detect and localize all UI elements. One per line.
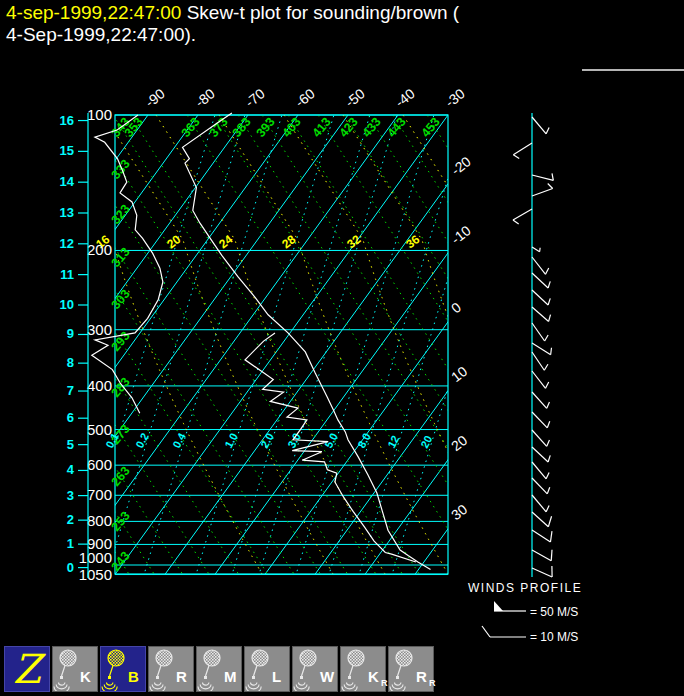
- wind-barb: [532, 447, 550, 462]
- wind-barb: [532, 352, 548, 370]
- toolbar-button-k[interactable]: K: [52, 646, 98, 692]
- weather-balloon-icon: [197, 647, 225, 691]
- upper-dewpoint-trace: [92, 115, 163, 413]
- svg-text:0: 0: [448, 299, 464, 317]
- svg-text:400: 400: [87, 377, 112, 394]
- svg-text:28: 28: [279, 232, 298, 251]
- full-barb-icon: [482, 626, 526, 637]
- skewt-chart: 3433333233133032932832732632532433533633…: [0, 0, 684, 696]
- weather-balloon-icon: [149, 647, 177, 691]
- wind-barb: [532, 495, 549, 512]
- toolbar-button-rr[interactable]: RR: [388, 646, 434, 692]
- toolbar-button-label: M: [224, 668, 237, 685]
- toolbar-button-label: K: [368, 668, 379, 685]
- toolbar-button-l[interactable]: L: [244, 646, 290, 692]
- svg-text:15: 15: [60, 143, 74, 158]
- svg-text:243: 243: [109, 549, 133, 574]
- legend-50ms-label: = 50 M/S: [530, 605, 578, 619]
- toolbar-button-z-zoom[interactable]: Z: [4, 646, 50, 692]
- svg-text:9: 9: [67, 326, 74, 341]
- svg-text:293: 293: [109, 329, 133, 354]
- svg-text:700: 700: [87, 486, 112, 503]
- svg-text:16: 16: [60, 113, 74, 128]
- svg-text:-60: -60: [292, 85, 318, 110]
- svg-text:0: 0: [67, 560, 74, 575]
- svg-text:800: 800: [87, 512, 112, 529]
- wind-barb: [532, 290, 550, 305]
- wind-barb: [532, 323, 548, 341]
- isotherm-lines: [0, 110, 684, 580]
- toolbar-button-kr[interactable]: KR: [340, 646, 386, 692]
- wind-barb: [532, 371, 549, 388]
- temperature-trace: [183, 113, 431, 569]
- toolbar-button-label: R: [176, 668, 187, 685]
- svg-text:-30: -30: [442, 85, 468, 110]
- svg-text:-80: -80: [192, 85, 218, 110]
- weather-balloon-icon: [293, 647, 321, 691]
- svg-text:5.0: 5.0: [322, 431, 340, 450]
- svg-text:303: 303: [109, 287, 133, 312]
- wind-barb: [532, 184, 553, 196]
- svg-text:-40: -40: [392, 85, 418, 110]
- svg-text:10: 10: [448, 363, 470, 385]
- weather-balloon-icon: [341, 647, 369, 691]
- svg-text:253: 253: [109, 509, 133, 534]
- toolbar-button-w[interactable]: W: [292, 646, 338, 692]
- wind-barb: [532, 307, 551, 321]
- svg-text:30: 30: [448, 501, 470, 523]
- svg-text:6: 6: [67, 410, 74, 425]
- svg-text:313: 313: [109, 245, 133, 270]
- wind-barb: [532, 173, 553, 180]
- moist-adiabat-labels: 162024283236: [93, 232, 422, 251]
- svg-text:500: 500: [87, 421, 112, 438]
- svg-text:5: 5: [67, 437, 74, 452]
- wind-barb: [532, 530, 552, 542]
- svg-text:7: 7: [67, 383, 74, 398]
- mixing-ratio-labels: 0.10.20.41.02.03.05.08.01220: [103, 430, 434, 450]
- svg-text:3: 3: [67, 488, 74, 503]
- wind-profile: [513, 113, 553, 577]
- skewt-app-window: 4-sep-1999,22:47:00 Skew-t plot for soun…: [0, 0, 684, 696]
- wind-barb: [532, 430, 549, 446]
- svg-text:453: 453: [419, 115, 443, 140]
- svg-text:333: 333: [109, 157, 133, 182]
- svg-text:13: 13: [60, 205, 74, 220]
- svg-text:433: 433: [360, 115, 384, 140]
- svg-text:2: 2: [67, 512, 74, 527]
- wind-barb: [532, 566, 552, 577]
- svg-text:11: 11: [60, 267, 74, 282]
- svg-text:-50: -50: [342, 85, 368, 110]
- svg-text:4: 4: [67, 462, 75, 477]
- svg-text:20: 20: [448, 432, 470, 454]
- toolbar-button-sublabel: R: [381, 678, 388, 688]
- svg-text:12: 12: [60, 236, 74, 251]
- svg-text:1.0: 1.0: [222, 431, 240, 450]
- wind-barb: [532, 343, 552, 355]
- svg-text:12: 12: [385, 433, 401, 449]
- toolbar-button-sublabel: R: [429, 678, 436, 688]
- svg-text:-20: -20: [448, 153, 474, 178]
- weather-balloon-icon: [53, 647, 81, 691]
- svg-text:2.0: 2.0: [258, 431, 276, 450]
- height-axis: 012345678910111213141516: [60, 113, 88, 578]
- legend-10ms-label: = 10 M/S: [530, 630, 578, 644]
- wind-barb: [532, 412, 550, 428]
- script-z-icon: Z: [5, 647, 49, 691]
- wind-barb: [513, 209, 532, 224]
- toolbar-button-m[interactable]: M: [196, 646, 242, 692]
- svg-text:24: 24: [216, 232, 235, 251]
- svg-text:283: 283: [109, 375, 133, 400]
- wind-barb: [532, 117, 549, 134]
- toolbar-button-b[interactable]: B: [100, 646, 146, 692]
- svg-text:1000: 1000: [79, 549, 112, 566]
- svg-text:300: 300: [87, 321, 112, 338]
- svg-text:-10: -10: [448, 222, 474, 247]
- svg-text:10: 10: [60, 297, 74, 312]
- toolbar-button-label: B: [128, 668, 139, 685]
- svg-text:14: 14: [60, 174, 75, 189]
- svg-text:-70: -70: [242, 85, 268, 110]
- toolbar-button-r[interactable]: R: [148, 646, 194, 692]
- svg-text:423: 423: [337, 115, 361, 140]
- svg-text:1: 1: [67, 536, 74, 551]
- svg-text:8: 8: [67, 355, 74, 370]
